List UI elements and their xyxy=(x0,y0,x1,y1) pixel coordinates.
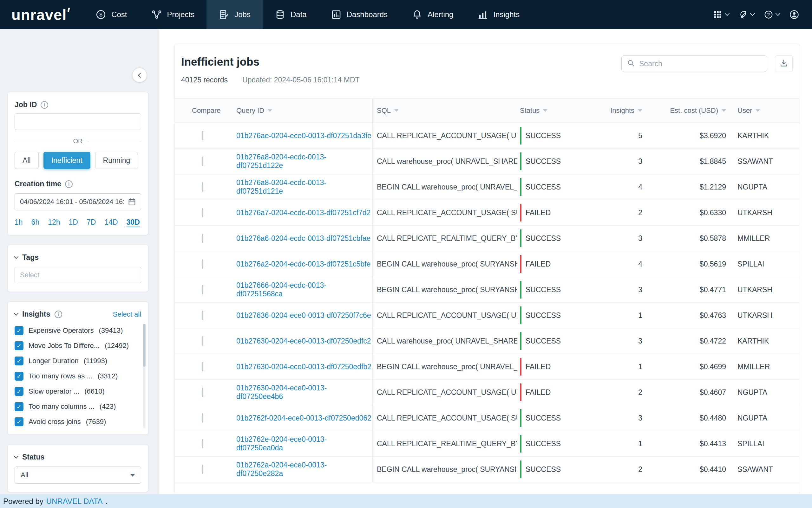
insights-count: 2 xyxy=(638,209,642,217)
insights-count: 1 xyxy=(638,363,642,371)
search-input[interactable] xyxy=(639,59,762,68)
query-id-link[interactable]: 01b276a8-0204-ecdc-0013-df07251d121e xyxy=(236,178,326,195)
compare-checkbox[interactable] xyxy=(202,234,203,243)
status-select[interactable]: All xyxy=(14,466,141,483)
status-text: SUCCESS xyxy=(526,465,561,474)
checkbox-checked-icon[interactable]: ✓ xyxy=(14,356,24,366)
compare-cell xyxy=(175,286,231,294)
range-link-30d[interactable]: 30D xyxy=(126,218,140,226)
nav-item-insights[interactable]: Insights xyxy=(465,0,532,29)
checkbox-checked-icon[interactable]: ✓ xyxy=(14,326,24,335)
date-range-picker[interactable] xyxy=(14,193,141,210)
info-icon[interactable] xyxy=(65,180,73,188)
chevron-down-icon[interactable] xyxy=(14,311,18,315)
sql-cell: CALL REPLICATE_ACCOUNT_USAGE( UN... xyxy=(372,380,517,405)
compare-checkbox[interactable] xyxy=(202,439,203,449)
query-id-link[interactable]: 01b27666-0204-ecdc-0013-df07251568ca xyxy=(236,281,326,298)
column-header-est-cost-usd-[interactable]: Est. cost (USD) xyxy=(651,107,727,115)
filter-inefficient-button[interactable]: Inefficient xyxy=(43,152,90,169)
query-id-link[interactable]: 01b27630-0204-ece0-0013-df07250edfc2 xyxy=(236,337,371,345)
logo-text: unravel xyxy=(11,6,67,24)
query-id-link[interactable]: 01b276a6-0204-ecdc-0013-df07251cbfae xyxy=(236,234,371,243)
compare-checkbox[interactable] xyxy=(202,465,203,474)
column-header-query-id[interactable]: Query ID xyxy=(231,107,372,115)
range-link-14d[interactable]: 14D xyxy=(104,218,118,226)
compare-checkbox[interactable] xyxy=(202,362,203,371)
compare-checkbox[interactable] xyxy=(202,259,203,269)
checkbox-checked-icon[interactable]: ✓ xyxy=(14,387,24,396)
cost-value: $1.8845 xyxy=(700,157,726,166)
column-header-sql[interactable]: SQL xyxy=(372,98,517,123)
checkbox-checked-icon[interactable]: ✓ xyxy=(14,372,24,381)
nav-item-jobs[interactable]: Jobs xyxy=(206,0,263,29)
sidebar-collapse-button[interactable] xyxy=(132,68,147,82)
insights-count: 3 xyxy=(638,234,642,243)
scrollbar-thumb[interactable] xyxy=(143,324,146,367)
range-link-1h[interactable]: 1h xyxy=(14,218,23,226)
nav-item-alerting[interactable]: Alerting xyxy=(400,0,465,29)
checkbox-checked-icon[interactable]: ✓ xyxy=(14,402,24,411)
query-id-link[interactable]: 01b27630-0204-ece0-0013-df07250edfb2 xyxy=(236,363,372,371)
compare-checkbox[interactable] xyxy=(202,285,203,294)
apps-grid-menu[interactable] xyxy=(713,10,729,19)
info-icon[interactable] xyxy=(54,310,62,318)
column-header-status[interactable]: Status xyxy=(517,107,605,115)
filter-all-button[interactable]: All xyxy=(14,152,39,169)
compare-checkbox[interactable] xyxy=(202,388,203,397)
chevron-down-icon[interactable] xyxy=(14,254,18,259)
range-link-7d[interactable]: 7D xyxy=(87,218,96,226)
compare-cell xyxy=(175,311,231,320)
query-id-link[interactable]: 01b2762e-0204-ece0-0013-df07250ea0da xyxy=(236,435,327,452)
nav-item-projects[interactable]: Projects xyxy=(139,0,207,29)
table-row: 01b27636-0204-ece0-0013-df07250f7c6eCALL… xyxy=(175,303,800,328)
query-id-link[interactable]: 01b2762f-0204-ece0-0013-df07250ed062 xyxy=(236,414,372,422)
query-id-link[interactable]: 01b276a7-0204-ecdc-0013-df07251cf7d2 xyxy=(236,209,371,217)
compare-checkbox[interactable] xyxy=(202,336,203,346)
info-icon[interactable] xyxy=(41,101,48,109)
range-link-6h[interactable]: 6h xyxy=(31,218,40,226)
status-text: FAILED xyxy=(526,363,551,371)
table-row: 01b276a8-0204-ecdc-0013-df07251d121eBEGI… xyxy=(175,174,800,200)
status-cell: SUCCESS xyxy=(517,435,605,453)
checkbox-checked-icon[interactable]: ✓ xyxy=(14,341,24,350)
compare-checkbox[interactable] xyxy=(202,310,203,320)
nav-item-cost[interactable]: $Cost xyxy=(83,0,139,29)
user-name: SPILLAI xyxy=(737,439,764,448)
chevron-down-icon[interactable] xyxy=(14,454,18,459)
insight-filter-label: Move Jobs To Differe... xyxy=(29,342,100,350)
sql-text: BEGIN CALL warehouse_proc( SURYANSH... xyxy=(377,260,517,268)
compare-checkbox[interactable] xyxy=(202,182,203,192)
query-id-link[interactable]: 01b27630-0204-ece0-0013-df07250ee4b6 xyxy=(236,384,327,400)
query-id-link[interactable]: 01b27636-0204-ece0-0013-df07250f7c6e xyxy=(236,311,371,320)
tags-select-input[interactable] xyxy=(14,267,141,283)
sql-cell: CALL warehouse_proc( UNRAVEL_SHARE... xyxy=(372,328,517,354)
range-link-1d[interactable]: 1D xyxy=(69,218,78,226)
column-header-insights[interactable]: Insights xyxy=(605,107,651,115)
unravel-data-link[interactable]: UNRAVEL DATA xyxy=(46,497,103,506)
help-menu[interactable]: ? xyxy=(764,10,780,19)
compare-checkbox[interactable] xyxy=(202,157,203,166)
job-id-input[interactable] xyxy=(14,114,141,130)
calendar-icon[interactable] xyxy=(127,198,137,206)
unravel-logo[interactable]: unravel xyxy=(0,0,83,29)
select-all-link[interactable]: Select all xyxy=(113,310,141,319)
query-id-link[interactable]: 01b276a8-0204-ecdc-0013-df07251d122e xyxy=(236,153,326,170)
query-id-link[interactable]: 01b276ae-0204-ece0-0013-df07251da3fe xyxy=(236,131,372,140)
query-id-link[interactable]: 01b2762a-0204-ece0-0013-df07250e282a xyxy=(236,461,327,477)
filter-running-button[interactable]: Running xyxy=(95,152,138,169)
checkbox-checked-icon[interactable]: ✓ xyxy=(14,417,24,426)
range-link-12h[interactable]: 12h xyxy=(48,218,60,226)
compare-checkbox[interactable] xyxy=(202,208,203,217)
compare-cell xyxy=(175,260,231,268)
date-range-input[interactable] xyxy=(20,198,124,206)
nav-item-dashboards[interactable]: Dashboards xyxy=(319,0,400,29)
nav-item-data[interactable]: Data xyxy=(263,0,319,29)
workspace-menu[interactable] xyxy=(738,10,754,19)
search-box[interactable] xyxy=(621,55,767,72)
column-header-user[interactable]: User xyxy=(727,107,800,115)
download-button[interactable] xyxy=(775,55,792,72)
compare-checkbox[interactable] xyxy=(202,131,203,140)
compare-checkbox[interactable] xyxy=(202,413,203,423)
query-id-link[interactable]: 01b276a2-0204-ecdc-0013-df07251c5bfe xyxy=(236,260,371,268)
user-menu[interactable] xyxy=(789,9,799,19)
